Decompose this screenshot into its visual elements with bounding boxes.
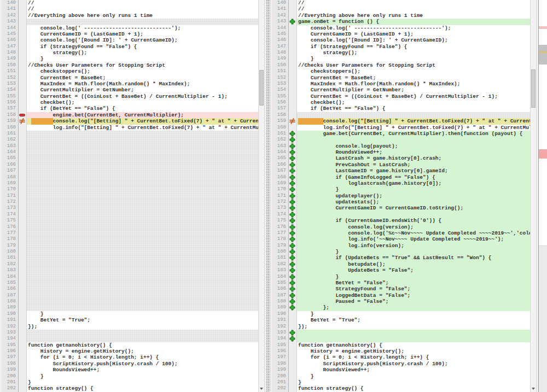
line-text[interactable]: engine.bet(CurrentBet, CurrentMultiplier… <box>27 112 258 118</box>
line-text[interactable]: // <box>297 6 530 12</box>
line-text[interactable] <box>27 131 258 137</box>
line-text[interactable]: checkstoppers(); <box>27 68 258 74</box>
line-text[interactable] <box>27 224 258 230</box>
line-text[interactable]: }; <box>297 305 530 311</box>
line-text[interactable] <box>27 193 258 199</box>
line-text[interactable]: BetYet = "False"; <box>297 280 530 286</box>
line-text[interactable]: //Checks User Parameters for Stopping Sc… <box>297 62 530 68</box>
line-text[interactable]: LastCrash = game.history[0].crash; <box>297 155 530 161</box>
line-text[interactable]: BetYet = "True"; <box>297 317 530 323</box>
diff-overview-bar[interactable] <box>538 0 547 392</box>
line-text[interactable]: ScriptHistory.push(History.crash / 100); <box>27 361 258 367</box>
line-text[interactable]: BetYet = "True"; <box>27 317 258 323</box>
line-text[interactable]: log.info(version); <box>297 243 530 249</box>
line-text[interactable] <box>27 280 258 286</box>
line-text[interactable] <box>27 274 258 280</box>
line-text[interactable]: checkstoppers(); <box>297 68 530 74</box>
line-text[interactable] <box>297 137 530 143</box>
line-text[interactable]: //Checks User Parameters for Stopping Sc… <box>27 62 258 68</box>
line-text[interactable]: RoundsViewed++; <box>27 367 258 373</box>
line-text[interactable]: for (i = 0; i < History.length; i++) { <box>297 354 530 360</box>
line-text[interactable]: strategy(); <box>297 50 530 56</box>
line-text[interactable] <box>27 336 258 342</box>
line-text[interactable]: strategy(); <box>27 50 258 56</box>
line-text[interactable]: CurrentBet = ((CoinLost + BaseBet) / Cur… <box>297 93 530 100</box>
line-text[interactable] <box>27 305 258 311</box>
line-text[interactable] <box>27 255 258 261</box>
right-pane-scrollbar[interactable] <box>530 0 537 392</box>
line-text[interactable] <box>27 149 258 155</box>
line-text[interactable]: loglastcrash(game.history[0]); <box>297 180 530 186</box>
right-scrollbar-thumb[interactable] <box>531 69 536 108</box>
line-text[interactable]: updateplayer(); <box>297 193 530 199</box>
line-text[interactable]: MaxIndex = Math.floor(Math.random() * Ma… <box>27 81 258 87</box>
overview-file-area[interactable] <box>539 0 547 246</box>
line-text[interactable]: } <box>297 249 530 255</box>
line-text[interactable]: LoggedBetData = "False"; <box>297 292 530 299</box>
line-text[interactable]: CurrentBet = BaseBet; <box>27 75 258 81</box>
line-text[interactable]: // <box>27 0 258 6</box>
line-text[interactable]: } <box>297 56 530 62</box>
line-text[interactable]: console.log(' --------------------------… <box>27 25 258 31</box>
line-text[interactable]: for (i = 0; i < History.length; i++) { <box>27 354 258 360</box>
line-text[interactable]: }); <box>297 324 530 330</box>
line-text[interactable]: History = engine.getHistory(); <box>27 348 258 354</box>
line-text[interactable]: function strategy() { <box>27 385 258 391</box>
line-text[interactable]: console.log(' --------------------------… <box>297 25 530 31</box>
line-text[interactable]: updatestats(); <box>297 199 530 205</box>
line-text[interactable] <box>27 261 258 267</box>
line-text[interactable]: RoundsViewed++; <box>297 367 530 373</box>
line-text[interactable]: game.onBet = function () { <box>297 19 530 25</box>
line-text[interactable]: console.log(payout); <box>297 143 530 149</box>
line-text[interactable]: CurrentGameID = (LastGameID + 1); <box>297 31 530 37</box>
line-text[interactable]: log.info("[Betting] " + CurrentBet.toFix… <box>27 125 258 131</box>
left-pane-scrollbar[interactable] <box>258 0 265 392</box>
line-text[interactable]: if (UpdateBets == "True" && LastResult =… <box>297 255 530 261</box>
line-text[interactable] <box>27 292 258 299</box>
line-text[interactable]: if (StrategyFound == "False") { <box>297 44 530 50</box>
line-text[interactable]: if (BetYet == "False") { <box>27 106 258 112</box>
line-text[interactable]: function strategy() { <box>297 385 530 391</box>
line-text[interactable]: MaxIndex = Math.floor(Math.random() * Ma… <box>297 81 530 87</box>
line-text[interactable]: console.log("[Betting] " + CurrentBet.to… <box>297 118 530 124</box>
line-text[interactable] <box>297 330 530 336</box>
line-text[interactable]: CurrentGameID = (LastGameID + 1); <box>27 31 258 37</box>
line-text[interactable]: } <box>297 311 530 317</box>
line-text[interactable]: function getnanohistory() { <box>27 342 258 348</box>
line-text[interactable]: if (CurrentGameID.endsWith('0')) { <box>297 218 530 224</box>
line-text[interactable]: Paused = "False"; <box>297 299 530 305</box>
line-text[interactable] <box>27 249 258 255</box>
line-text[interactable]: CurrentBet = BaseBet; <box>297 75 530 81</box>
line-text[interactable] <box>27 162 258 168</box>
line-text[interactable]: game.bet(CurrentBet, CurrentMultiplier).… <box>297 131 530 137</box>
line-text[interactable]: function getnanohistory() { <box>297 342 530 348</box>
line-text[interactable] <box>27 212 258 218</box>
line-text[interactable] <box>27 168 258 174</box>
line-text[interactable]: betupdate(); <box>297 261 530 267</box>
line-text[interactable] <box>27 137 258 143</box>
line-text[interactable]: } <box>297 373 530 379</box>
line-text[interactable]: } <box>27 373 258 379</box>
line-text[interactable]: if (StrategyFound == "False") { <box>27 44 258 50</box>
left-scrollbar-thumb[interactable] <box>259 70 264 106</box>
line-text[interactable]: console.log(version); <box>297 224 530 230</box>
line-text[interactable]: } <box>27 311 258 317</box>
line-text[interactable]: }); <box>27 324 258 330</box>
line-text[interactable]: CurrentGameID = CurrentGameID.toString()… <box>297 205 530 211</box>
line-text[interactable] <box>27 186 258 192</box>
line-text[interactable]: console.log('[Round ID]: ' + CurrentGame… <box>297 37 530 43</box>
line-text[interactable] <box>27 174 258 180</box>
line-text[interactable]: console.log('[Round ID]: ' + CurrentGame… <box>27 37 258 43</box>
line-text[interactable]: } <box>297 186 530 192</box>
line-text[interactable]: // <box>27 6 258 12</box>
line-text[interactable]: // <box>297 0 530 6</box>
line-text[interactable] <box>27 155 258 161</box>
line-text[interactable] <box>27 267 258 273</box>
line-text[interactable]: CurrentBet = ((CoinLost + BaseBet) / Cur… <box>27 93 258 100</box>
line-text[interactable]: ScriptHistory.push(History.crash / 100); <box>297 361 530 367</box>
line-text[interactable] <box>297 336 530 342</box>
pane-splitter[interactable] <box>265 0 272 392</box>
line-text[interactable] <box>27 143 258 149</box>
line-text[interactable] <box>27 330 258 336</box>
line-text[interactable]: if (BetYet == "False") { <box>297 106 530 112</box>
